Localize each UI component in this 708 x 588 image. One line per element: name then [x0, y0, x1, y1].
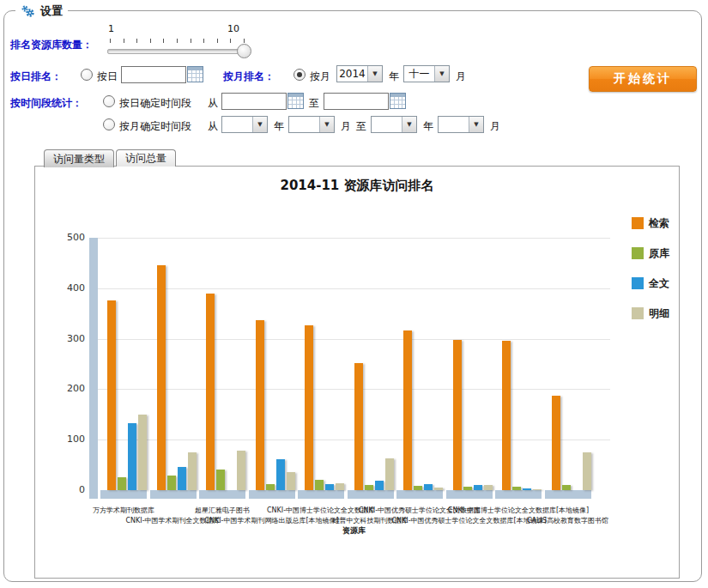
- gear-icon: [21, 5, 36, 18]
- slider-tickmarks: [110, 39, 245, 43]
- y-tick-label: 100: [42, 433, 85, 445]
- period-day-radio[interactable]: [103, 95, 115, 107]
- to-calendar-icon[interactable]: [390, 93, 406, 109]
- day-calendar-icon[interactable]: [187, 66, 203, 82]
- bar-检索: [403, 330, 412, 490]
- year-unit-label: 年: [389, 70, 399, 84]
- y-tick-label: 0: [42, 484, 85, 495]
- bar-原库: [216, 470, 225, 490]
- year-select[interactable]: 2014 ▼: [336, 65, 383, 82]
- bar-原库: [512, 487, 521, 490]
- bar-检索: [552, 396, 560, 490]
- from-year-select[interactable]: ▼: [221, 116, 268, 133]
- bar-检索: [305, 325, 313, 490]
- x-tick-label: CNKI-中国博士学位论文全文数据库[本地镜像]: [441, 506, 596, 515]
- month-rank-label: 按月排名：: [223, 70, 275, 84]
- bar-全文: [178, 467, 186, 490]
- day-rank-option-label: 按日: [97, 70, 118, 84]
- period-from-date-input[interactable]: [221, 93, 287, 110]
- year-unit-label-3: 年: [423, 119, 433, 134]
- x-axis-platform: [348, 490, 394, 499]
- bar-原库: [266, 484, 275, 490]
- bar-检索: [453, 340, 462, 490]
- x-axis-platform: [249, 490, 295, 499]
- year-unit-label-2: 年: [274, 119, 284, 134]
- chevron-down-icon[interactable]: ▼: [434, 66, 449, 82]
- settings-title: 设置: [40, 3, 63, 19]
- chart-title: 2014-11 资源库访问排名: [35, 178, 679, 194]
- x-axis-platform: [298, 490, 344, 499]
- month-rank-radio[interactable]: [293, 69, 306, 81]
- to-month-select[interactable]: ▼: [438, 116, 484, 133]
- slider-label: 排名资源库数量：: [10, 38, 93, 52]
- day-date-input[interactable]: [121, 66, 186, 83]
- x-axis-platform: [150, 490, 197, 499]
- month-unit-label-2: 月: [341, 119, 351, 134]
- tab-visit-total[interactable]: 访问总量: [116, 149, 176, 167]
- bar-明细: [188, 452, 197, 490]
- tab-visit-type[interactable]: 访问量类型: [44, 149, 114, 167]
- x-axis-platform: [446, 490, 493, 499]
- chevron-down-icon[interactable]: ▼: [367, 66, 382, 82]
- from-calendar-icon[interactable]: [287, 93, 304, 109]
- from-label: 从: [208, 96, 218, 111]
- to-label: 至: [309, 96, 319, 111]
- year-select-value: 2014: [337, 66, 367, 82]
- bar-原库: [414, 486, 422, 490]
- to-year-value: [372, 117, 402, 132]
- bar-全文: [375, 481, 384, 490]
- chevron-down-icon[interactable]: ▼: [469, 117, 483, 132]
- bar-明细: [138, 415, 147, 490]
- bar-原库: [463, 487, 472, 490]
- period-day-option-label: 按日确定时间段: [119, 96, 191, 111]
- gridline: [98, 238, 610, 239]
- chevron-down-icon[interactable]: ▼: [402, 117, 416, 132]
- slider-min-label: 1: [108, 23, 114, 34]
- chevron-down-icon[interactable]: ▼: [319, 117, 334, 132]
- from-month-value: [289, 117, 319, 132]
- from-month-select[interactable]: ▼: [288, 116, 335, 133]
- x-axis-title: 资源库: [98, 525, 610, 536]
- x-axis-platform: [396, 490, 443, 499]
- period-month-radio[interactable]: [103, 118, 115, 130]
- period-label: 按时间段统计：: [10, 96, 82, 111]
- period-to-date-input[interactable]: [324, 93, 389, 110]
- bar-明细: [385, 458, 394, 490]
- month-rank-option-label: 按月: [310, 70, 330, 84]
- to-year-select[interactable]: ▼: [371, 116, 417, 133]
- start-statistics-button[interactable]: 开始统计: [589, 66, 697, 92]
- bar-检索: [502, 341, 511, 490]
- y-tick-label: 400: [42, 282, 85, 294]
- x-axis-platform: [545, 490, 591, 499]
- bar-原库: [118, 477, 126, 490]
- bar-明细: [237, 451, 245, 490]
- month-select[interactable]: 十一 ▼: [403, 65, 450, 82]
- slider-thumb[interactable]: [237, 44, 251, 58]
- y-tick-label: 300: [42, 333, 85, 344]
- bar-全文: [523, 488, 531, 490]
- bar-全文: [424, 484, 433, 490]
- x-axis-platform: [199, 490, 245, 499]
- bar-明细: [533, 489, 542, 490]
- x-axis-platform: [100, 490, 147, 499]
- y-tick-label: 500: [42, 232, 85, 243]
- legend-label: 原库: [649, 246, 669, 261]
- to-label-2: 至: [356, 119, 366, 134]
- legend-swatch-明细: [632, 307, 644, 319]
- legend-swatch-全文: [632, 277, 644, 289]
- bar-检索: [206, 294, 215, 490]
- resource-count-slider[interactable]: [107, 49, 246, 54]
- day-rank-radio[interactable]: [81, 69, 93, 81]
- x-axis-platform: [495, 490, 542, 499]
- bar-原库: [562, 485, 571, 490]
- chevron-down-icon[interactable]: ▼: [252, 117, 267, 132]
- bar-全文: [474, 485, 482, 490]
- period-month-option-label: 按月确定时间段: [119, 119, 191, 134]
- bar-检索: [107, 300, 116, 490]
- bar-检索: [256, 320, 264, 490]
- bar-明细: [484, 485, 493, 490]
- day-rank-label: 按日排名：: [10, 70, 62, 84]
- gridline: [98, 288, 610, 289]
- bar-原库: [167, 476, 176, 490]
- bar-明细: [434, 488, 443, 490]
